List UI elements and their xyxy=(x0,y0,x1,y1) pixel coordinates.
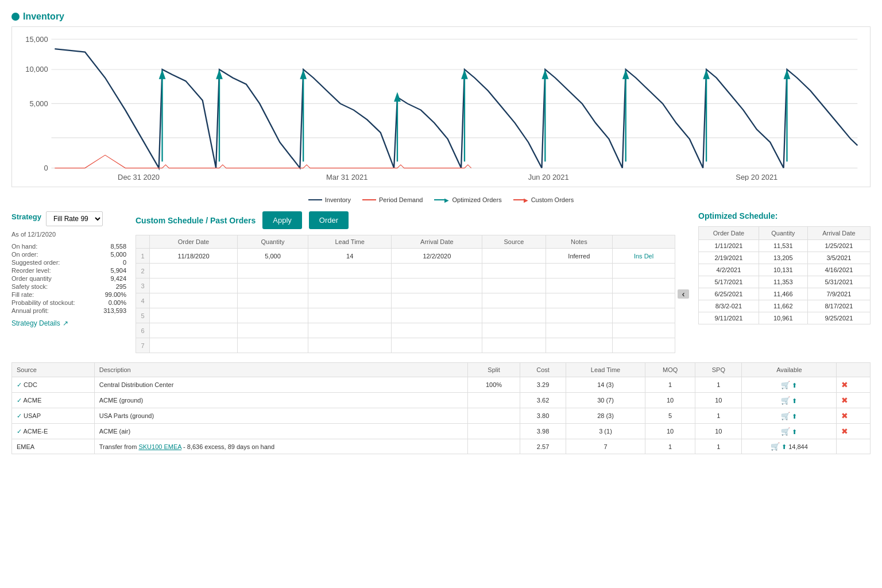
acme-e-up-icon[interactable]: ⬆ xyxy=(792,428,797,435)
order-date-6[interactable] xyxy=(150,323,238,338)
source-6[interactable] xyxy=(482,323,546,338)
actions-1[interactable]: Ins Del xyxy=(613,249,675,264)
table-row: 5 xyxy=(136,308,675,323)
usap-cart-icon[interactable]: 🛒 xyxy=(781,412,790,420)
acme-e-cart-icon[interactable]: 🛒 xyxy=(781,427,790,436)
arrival-date-4[interactable] xyxy=(392,293,482,308)
remove-icon[interactable]: ✖ xyxy=(841,411,848,420)
svg-text:15,000: 15,000 xyxy=(25,36,48,44)
actions-7[interactable] xyxy=(613,338,675,353)
usap-up-icon[interactable]: ⬆ xyxy=(792,413,797,420)
order-date-1[interactable]: 11/18/2020 xyxy=(150,249,238,264)
legend-demand-label: Period Demand xyxy=(379,196,423,203)
opt-row: 2/19/2021 13,205 3/5/2021 xyxy=(699,252,871,264)
emea-cart-icon[interactable]: 🛒 xyxy=(771,442,780,451)
opt-arrival-4: 5/31/2021 xyxy=(807,276,870,288)
arrival-date-7[interactable] xyxy=(392,338,482,353)
custom-schedule-section: Custom Schedule / Past Orders Apply Orde… xyxy=(136,211,689,353)
source-7[interactable] xyxy=(482,338,546,353)
acme-e-moq: 10 xyxy=(645,424,695,439)
notes-1[interactable]: Inferred xyxy=(546,249,613,264)
order-date-2[interactable] xyxy=(150,264,238,278)
acme-e-remove[interactable]: ✖ xyxy=(837,424,871,439)
src-col-actions xyxy=(837,363,871,377)
legend-optimized-orders: ▶ Optimized Orders xyxy=(434,196,501,203)
notes-4[interactable] xyxy=(546,293,613,308)
quantity-5[interactable] xyxy=(238,308,308,323)
actions-6[interactable] xyxy=(613,323,675,338)
strategy-details-link[interactable]: Strategy Details ↗ xyxy=(11,319,126,327)
emea-up-icon[interactable]: ⬆ xyxy=(782,443,787,450)
lead-time-6[interactable] xyxy=(308,323,392,338)
notes-7[interactable] xyxy=(546,338,613,353)
actions-5[interactable] xyxy=(613,308,675,323)
quantity-1[interactable]: 5,000 xyxy=(238,249,308,264)
arrival-date-3[interactable] xyxy=(392,278,482,293)
strategy-select[interactable]: Fill Rate 99 Fill Rate 95 Fill Rate 90 xyxy=(46,211,103,226)
order-button[interactable]: Order xyxy=(309,211,349,229)
sku-link[interactable]: SKU100 EMEA xyxy=(138,443,181,450)
emea-source-label: EMEA xyxy=(17,443,34,450)
collapse-button[interactable]: ‹ xyxy=(678,289,689,299)
col-source: Source xyxy=(482,235,546,249)
lead-time-5[interactable] xyxy=(308,308,392,323)
arrival-date-1[interactable]: 12/2/2020 xyxy=(392,249,482,264)
source-1[interactable] xyxy=(482,249,546,264)
quantity-3[interactable] xyxy=(238,278,308,293)
quantity-7[interactable] xyxy=(238,338,308,353)
quantity-2[interactable] xyxy=(238,264,308,278)
lead-time-1[interactable]: 14 xyxy=(308,249,392,264)
cdc-up-icon[interactable]: ⬆ xyxy=(792,382,797,389)
arrival-date-5[interactable] xyxy=(392,308,482,323)
notes-6[interactable] xyxy=(546,323,613,338)
opt-col-arrival-date: Arrival Date xyxy=(807,227,870,240)
acme-remove[interactable]: ✖ xyxy=(837,393,871,408)
source-3[interactable] xyxy=(482,278,546,293)
strategy-section: Strategy Fill Rate 99 Fill Rate 95 Fill … xyxy=(11,211,126,353)
acme-cart-icon[interactable]: 🛒 xyxy=(781,396,790,405)
order-date-5[interactable] xyxy=(150,308,238,323)
col-num xyxy=(136,235,150,249)
remove-icon[interactable]: ✖ xyxy=(841,427,848,436)
apply-button[interactable]: Apply xyxy=(262,211,302,229)
cdc-cart-icon[interactable]: 🛒 xyxy=(781,381,790,389)
actions-4[interactable] xyxy=(613,293,675,308)
sources-table: Source Description Split Cost Lead Time … xyxy=(11,362,871,454)
col-notes: Notes xyxy=(546,235,613,249)
notes-2[interactable] xyxy=(546,264,613,278)
actions-2[interactable] xyxy=(613,264,675,278)
source-5[interactable] xyxy=(482,308,546,323)
notes-3[interactable] xyxy=(546,278,613,293)
actions-3[interactable] xyxy=(613,278,675,293)
source-4[interactable] xyxy=(482,293,546,308)
opt-quantity-6: 11,662 xyxy=(759,300,807,312)
arrival-date-2[interactable] xyxy=(392,264,482,278)
source-2[interactable] xyxy=(482,264,546,278)
order-date-4[interactable] xyxy=(150,293,238,308)
order-date-7[interactable] xyxy=(150,338,238,353)
acme-e-spq: 10 xyxy=(695,424,742,439)
acme-up-icon[interactable]: ⬆ xyxy=(792,397,797,404)
opt-row: 8/3/2-021 11,662 8/17/2021 xyxy=(699,300,871,312)
lead-time-4[interactable] xyxy=(308,293,392,308)
remove-icon[interactable]: ✖ xyxy=(841,396,848,405)
lead-time-2[interactable] xyxy=(308,264,392,278)
opt-row: 9/11/2021 10,961 9/25/2021 xyxy=(699,312,871,324)
remove-icon[interactable]: ✖ xyxy=(841,380,848,389)
usap-remove[interactable]: ✖ xyxy=(837,408,871,424)
arrival-date-6[interactable] xyxy=(392,323,482,338)
cdc-remove[interactable]: ✖ xyxy=(837,377,871,393)
quantity-6[interactable] xyxy=(238,323,308,338)
quantity-4[interactable] xyxy=(238,293,308,308)
lead-time-7[interactable] xyxy=(308,338,392,353)
usap-available: 🛒 ⬆ xyxy=(742,408,837,424)
table-row: 2 xyxy=(136,264,675,278)
lead-time-3[interactable] xyxy=(308,278,392,293)
opt-row: 6/25/2021 11,466 7/9/2021 xyxy=(699,288,871,300)
notes-5[interactable] xyxy=(546,308,613,323)
optimized-title: Optimized Schedule: xyxy=(698,211,871,220)
acme-e-lead-time: 3 (1) xyxy=(566,424,645,439)
order-date-3[interactable] xyxy=(150,278,238,293)
src-col-cost: Cost xyxy=(520,363,566,377)
opt-arrival-6: 8/17/2021 xyxy=(807,300,870,312)
